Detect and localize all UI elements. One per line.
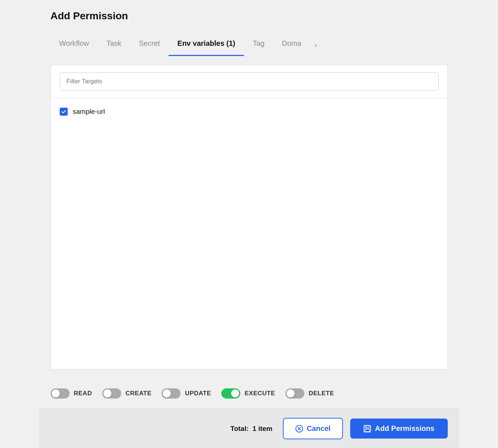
cancel-icon: [295, 425, 303, 433]
filter-section: [51, 65, 447, 98]
permissions-row: READ CREATE UPDATE: [39, 378, 459, 409]
perm-read-label: READ: [74, 390, 92, 397]
toggle-create-track: [102, 388, 121, 399]
toggle-execute-thumb: [231, 389, 239, 397]
tab-domain[interactable]: Doma: [273, 33, 310, 56]
tab-tag[interactable]: Tag: [244, 33, 273, 56]
toggle-delete[interactable]: [285, 388, 304, 399]
toggle-delete-track: [285, 388, 304, 399]
toggle-update-track: [162, 388, 181, 399]
perm-read: READ: [51, 388, 92, 399]
content-card: sample-url: [51, 65, 448, 369]
add-permissions-icon: [363, 425, 371, 433]
toggle-create-thumb: [103, 389, 111, 397]
toggle-update-thumb: [163, 389, 171, 397]
tab-task[interactable]: Task: [98, 33, 130, 56]
toggle-read[interactable]: [51, 388, 70, 399]
svg-rect-3: [365, 429, 369, 432]
toggle-delete-thumb: [286, 389, 295, 397]
perm-delete: DELETE: [285, 388, 334, 399]
tab-env-variables[interactable]: Env variables (1): [169, 33, 244, 56]
modal-footer: Total: 1 item Cancel Add Permissions: [39, 409, 459, 448]
tab-workflow[interactable]: Workflow: [51, 33, 98, 56]
add-permissions-label: Add Permissions: [375, 424, 434, 433]
perm-update-label: UPDATE: [185, 390, 211, 397]
toggle-execute[interactable]: [221, 388, 240, 399]
filter-targets-input[interactable]: [60, 72, 439, 91]
modal-body: sample-url: [39, 56, 459, 378]
sample-url-checkbox[interactable]: [60, 108, 68, 116]
sample-url-label: sample-url: [73, 108, 105, 116]
page-title: Add Permission: [51, 10, 448, 22]
perm-delete-label: DELETE: [309, 390, 334, 397]
items-section: sample-url: [51, 98, 447, 369]
modal-header: Add Permission: [39, 0, 459, 31]
perm-create-label: CREATE: [126, 390, 152, 397]
tab-more-chevron[interactable]: ›: [312, 35, 320, 55]
cancel-label: Cancel: [307, 424, 331, 433]
toggle-read-thumb: [52, 389, 60, 397]
perm-update: UPDATE: [162, 388, 211, 399]
cancel-button[interactable]: Cancel: [283, 418, 343, 439]
total-value: 1 item: [253, 425, 273, 432]
svg-rect-2: [365, 425, 369, 428]
total-prefix: Total:: [230, 425, 249, 432]
perm-execute-label: EXECUTE: [245, 390, 275, 397]
add-permissions-button[interactable]: Add Permissions: [350, 419, 447, 439]
toggle-create[interactable]: [102, 388, 121, 399]
total-text: Total: 1 item: [230, 425, 273, 433]
tabs-bar: Workflow Task Secret Env variables (1) T…: [39, 33, 459, 56]
toggle-update[interactable]: [162, 388, 181, 399]
toggle-read-track: [51, 388, 70, 399]
list-item: sample-url: [60, 104, 439, 119]
toggle-execute-track: [221, 388, 240, 399]
modal: Add Permission Workflow Task Secret Env …: [39, 0, 459, 448]
perm-create: CREATE: [102, 388, 152, 399]
perm-execute: EXECUTE: [221, 388, 275, 399]
tab-secret[interactable]: Secret: [130, 33, 169, 56]
